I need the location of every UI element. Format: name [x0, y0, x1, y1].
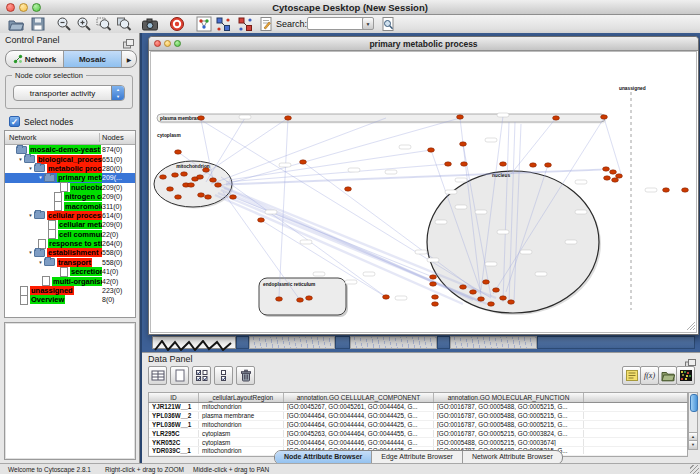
tree-row[interactable]: ▼biological_process651(0)	[5, 154, 135, 163]
graph-node[interactable]	[616, 174, 623, 178]
background-window-fragment[interactable]	[537, 336, 695, 349]
tree-row[interactable]: ▼transport558(0)	[5, 258, 135, 267]
network-canvas-frame[interactable]: plasma membrane cytoplasm mitochondrion …	[150, 51, 697, 333]
table-row[interactable]: YJR121W__1mitochondrion[GO:0045267, GO:0…	[149, 403, 687, 412]
graph-node[interactable]	[300, 160, 307, 164]
graph-node[interactable]	[306, 296, 313, 300]
tree-row[interactable]: secretion41(0)	[5, 267, 135, 276]
graph-node[interactable]	[432, 302, 439, 306]
formula-fx-icon[interactable]: f(x)	[640, 366, 659, 385]
graph-node[interactable]	[430, 275, 437, 279]
scrollbar-thumb[interactable]	[690, 394, 698, 412]
col-cellular-layout-region[interactable]: _cellularLayoutRegion	[199, 393, 284, 402]
tree-row[interactable]: macromolecule311(0)	[5, 201, 135, 210]
birds-eye-view[interactable]	[4, 322, 136, 460]
tree-row[interactable]: ▼cellular process614(0)	[5, 211, 135, 220]
snapshot-camera-icon[interactable]	[141, 16, 157, 32]
graph-node[interactable]	[460, 285, 467, 289]
expand-arrow-icon[interactable]: ▼	[27, 213, 34, 218]
table-row[interactable]: YKR052Ccytoplasm[GO:0044464, GO:0044446,…	[149, 438, 687, 447]
graph-edge[interactable]	[211, 118, 386, 184]
graph-node[interactable]	[553, 116, 560, 120]
heatmap-matrix-icon[interactable]	[676, 366, 695, 385]
graph-node[interactable]	[445, 162, 452, 166]
graph-node[interactable]	[530, 163, 537, 167]
graph-node[interactable]	[500, 162, 507, 166]
expand-arrow-icon[interactable]: ▼	[37, 260, 44, 265]
tree-row[interactable]: ▼primary metabo209(...	[5, 173, 135, 182]
col-go-molecular-function[interactable]: annotation.GO MOLECULAR_FUNCTION	[434, 393, 584, 402]
search-doc-icon[interactable]	[380, 16, 396, 32]
graph-node[interactable]	[500, 296, 507, 300]
float-panel-icon[interactable]	[123, 35, 134, 45]
graph-node[interactable]	[488, 302, 495, 306]
unselect-attributes-icon[interactable]	[214, 366, 233, 385]
tree-row[interactable]: ▼metabolic process280(0)	[5, 164, 135, 173]
zoom-selected-icon[interactable]	[96, 16, 112, 32]
graph-node[interactable]	[167, 187, 174, 191]
network-window-titlebar[interactable]: primary metabolic process	[149, 37, 698, 51]
table-row[interactable]: YPL036W__1mitochondrion[GO:0044464, GO:0…	[149, 421, 687, 430]
node-link-red-icon[interactable]	[237, 16, 253, 32]
graph-node[interactable]	[493, 288, 500, 292]
tree-row[interactable]: multi-organism pro42(0)	[5, 276, 135, 285]
annotation-icon[interactable]	[258, 16, 274, 32]
expand-arrow-icon[interactable]: ▼	[17, 157, 24, 162]
tree-row[interactable]: response to stimulu264(0)	[5, 239, 135, 248]
background-window-fragment[interactable]	[236, 336, 249, 349]
graph-node[interactable]	[612, 178, 619, 182]
open-folder-icon[interactable]	[8, 16, 24, 32]
tree-row[interactable]: mosaic-demo-yeast874(0)	[5, 145, 135, 154]
search-input[interactable]	[307, 17, 365, 30]
graph-node[interactable]	[175, 150, 182, 154]
zoom-in-icon[interactable]	[76, 16, 92, 32]
tree-row[interactable]: unassigned223(0)	[5, 286, 135, 295]
tree-row[interactable]: Overview8(0)	[5, 295, 135, 304]
vizmapper-icon[interactable]	[196, 16, 212, 32]
graph-node[interactable]	[428, 148, 435, 152]
node-link-blue-icon[interactable]	[215, 16, 231, 32]
graph-node[interactable]	[215, 183, 222, 187]
graph-node[interactable]	[188, 183, 195, 187]
background-window-fragment[interactable]	[450, 336, 537, 349]
tab-overflow-arrow-icon[interactable]: ▶	[122, 51, 136, 67]
select-attributes-icon[interactable]	[192, 366, 211, 385]
help-lifering-icon[interactable]	[169, 16, 185, 32]
expand-arrow-icon[interactable]: ▼	[27, 166, 34, 171]
plasma-membrane-region[interactable]	[157, 114, 605, 122]
resize-grip[interactable]	[690, 465, 699, 474]
graph-node[interactable]	[203, 168, 210, 172]
graph-node[interactable]	[457, 115, 464, 119]
background-window-fragment[interactable]	[350, 336, 437, 349]
graph-node[interactable]	[604, 176, 611, 180]
tab-network[interactable]: Network	[6, 51, 64, 67]
save-icon[interactable]	[30, 16, 46, 32]
network-canvas[interactable]: plasma membrane cytoplasm mitochondrion …	[151, 52, 696, 332]
graph-node[interactable]	[230, 195, 237, 199]
graph-node[interactable]	[430, 282, 437, 286]
background-window-fragment[interactable]	[152, 336, 236, 349]
graph-node[interactable]	[663, 188, 670, 192]
graph-node[interactable]	[383, 295, 390, 299]
graph-node[interactable]	[461, 162, 468, 166]
table-vertical-scrollbar[interactable]: ▲ ▼	[688, 392, 698, 450]
background-window-fragment[interactable]	[437, 336, 450, 349]
graph-node[interactable]	[297, 298, 304, 302]
tree-row[interactable]: cellular metabo209(0)	[5, 220, 135, 229]
col-go-cellular-component[interactable]: annotation.GO CELLULAR_COMPONENT	[284, 393, 434, 402]
zoom-fit-icon[interactable]	[116, 16, 132, 32]
graph-node[interactable]	[258, 218, 265, 222]
graph-node[interactable]	[470, 290, 477, 294]
graph-node[interactable]	[198, 116, 205, 120]
graph-node[interactable]	[478, 297, 485, 301]
import-folder-icon[interactable]	[658, 366, 677, 385]
graph-node[interactable]	[175, 195, 182, 199]
graph-node[interactable]	[432, 295, 439, 299]
table-row[interactable]: YPL036W__2plasma membrane[GO:0044464, GO…	[149, 412, 687, 421]
graph-node[interactable]	[172, 173, 179, 177]
node-color-dropdown[interactable]: transporter activity ▲▼	[13, 85, 125, 101]
graph-node[interactable]	[181, 172, 188, 176]
graph-node[interactable]	[198, 193, 205, 197]
zoom-out-icon[interactable]	[56, 16, 72, 32]
tree-row[interactable]: nitrogen compo209(0)	[5, 192, 135, 201]
